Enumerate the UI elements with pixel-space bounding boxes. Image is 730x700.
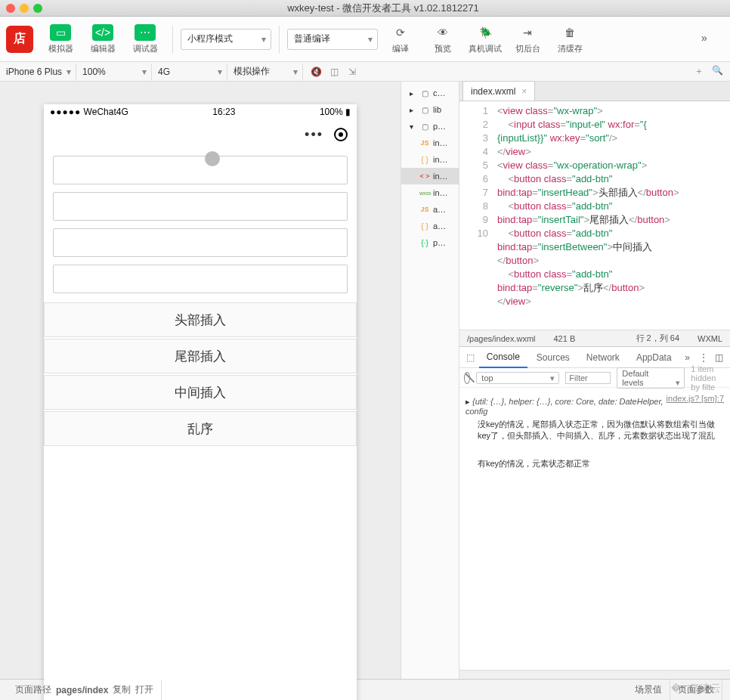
background-button[interactable]: ⇥切后台 xyxy=(508,20,547,58)
clear-cache-button[interactable]: 🗑清缓存 xyxy=(550,20,589,58)
folder-icon: ▢ xyxy=(419,89,430,98)
add-file-icon[interactable]: ＋ xyxy=(692,65,706,78)
console-output[interactable]: index.js? [sm]:7 ▸ {util: {…}, helper: {… xyxy=(459,388,730,670)
app-mode-select[interactable]: 小程序模式 xyxy=(181,29,271,50)
folder-icon: ▢ xyxy=(419,122,430,131)
log-source[interactable]: index.js? [sm]:7 xyxy=(667,394,724,403)
mute-icon[interactable]: 🔇 xyxy=(309,67,323,77)
remote-debug-button[interactable]: 🪲真机调试 xyxy=(466,20,505,58)
wxss-icon: wxss xyxy=(419,190,430,196)
json-icon: { } xyxy=(419,222,430,231)
sim-action-select[interactable]: 模拟操作 xyxy=(227,63,303,80)
insert-head-button[interactable]: 头部插入 xyxy=(44,302,357,337)
window-footer: 页面路径 pages/index 复制 打开 场景值 页面参数 xyxy=(0,679,730,700)
popout-icon[interactable]: ⇲ xyxy=(345,67,359,77)
status-path: /pages/index.wxml xyxy=(467,334,536,343)
json-icon: { } xyxy=(419,156,430,164)
editor-tab[interactable]: index.wxml × xyxy=(462,81,535,101)
app-logo-icon: 店 xyxy=(6,26,33,53)
input-item[interactable] xyxy=(53,228,348,257)
debugger-toggle-button[interactable]: ⋯调试器 xyxy=(125,20,165,58)
preview-button[interactable]: 👁预览 xyxy=(423,20,462,58)
console-tabs: ⬚ Console Sources Network AppData » ⋮ ◫ xyxy=(459,347,730,368)
signal-icon: ●●●●● xyxy=(50,107,81,117)
maximize-window-icon[interactable] xyxy=(33,4,42,13)
search-icon[interactable]: 🔍 xyxy=(710,65,724,78)
route-value: pages/index xyxy=(56,685,108,695)
phone-frame: ●●●●● WeChat4G 16:23 100% ▮ ••• 头部插入 尾部插… xyxy=(44,104,357,700)
operation-buttons: 头部插入 尾部插入 中间插入 乱序 xyxy=(44,302,357,446)
status-size: 421 B xyxy=(554,334,576,343)
zoom-select[interactable]: 100% xyxy=(76,63,152,80)
devtools-console: ⬚ Console Sources Network AppData » ⋮ ◫ … xyxy=(459,346,730,679)
compile-button[interactable]: ⟳编译 xyxy=(381,20,420,58)
phone-time: 16:23 xyxy=(212,107,235,117)
network-select[interactable]: 4G xyxy=(152,63,227,80)
more-icon[interactable]: ••• xyxy=(305,127,323,143)
route-segment: 页面路径 pages/index 复制 打开 xyxy=(8,680,162,701)
file-tree-item[interactable]: JSa… xyxy=(401,201,459,218)
file-tree-item[interactable]: {·}p… xyxy=(401,234,459,251)
open-button[interactable]: 打开 xyxy=(135,683,153,696)
editor-statusbar: /pages/index.wxml 421 B 行 2，列 64 WXML xyxy=(459,330,730,346)
battery-icon: ▮ xyxy=(345,107,351,117)
layout-icon[interactable]: ◫ xyxy=(327,67,341,77)
file-tree-item[interactable]: ▸▢c… xyxy=(401,85,459,101)
proj-icon: {·} xyxy=(419,239,430,247)
tab-console[interactable]: Console xyxy=(479,347,527,368)
input-item[interactable] xyxy=(53,192,348,221)
js-icon: JS xyxy=(419,139,430,147)
console-scrollbar[interactable] xyxy=(459,670,730,679)
log-object[interactable]: {util: {…}, helper: {…}, core: Core, dat… xyxy=(466,397,663,416)
tab-appdata[interactable]: AppData xyxy=(629,347,679,368)
main-area: ●●●●● WeChat4G 16:23 100% ▮ ••• 头部插入 尾部插… xyxy=(0,82,730,679)
log-message: 没key的情况，尾部插入状态正常，因为微信默认将数组索引当做key了，但头部插入… xyxy=(466,417,724,443)
editor-panel: index.wxml × 12345678910 <view class="wx… xyxy=(459,82,730,679)
watermark: �খ 亿速云 xyxy=(671,682,721,695)
simulator-options-bar: iPhone 6 Plus 100% 4G 模拟操作 🔇 ◫ ⇲ ＋ 🔍 xyxy=(0,62,730,82)
scene-segment[interactable]: 场景值 xyxy=(627,680,670,701)
tab-sources[interactable]: Sources xyxy=(529,347,577,368)
file-tree-item[interactable]: ▾▢p… xyxy=(401,118,459,135)
filter-input[interactable] xyxy=(565,372,611,384)
folder-icon: ▢ xyxy=(419,106,430,114)
file-tree-item[interactable]: JSin… xyxy=(401,135,459,151)
device-select[interactable]: iPhone 6 Plus xyxy=(0,63,76,80)
tab-network[interactable]: Network xyxy=(579,347,627,368)
close-tab-icon[interactable]: × xyxy=(521,86,527,97)
phone-navbar: ••• xyxy=(44,119,357,150)
compile-mode-select[interactable]: 普通编译 xyxy=(287,29,378,50)
traffic-lights xyxy=(6,4,42,13)
log-levels-select[interactable]: Default levels xyxy=(617,367,685,389)
file-tree-item[interactable]: wxssin… xyxy=(401,184,459,201)
clear-console-icon[interactable] xyxy=(464,372,470,384)
reverse-button[interactable]: 乱序 xyxy=(44,411,357,446)
file-tree-item[interactable]: < >in… xyxy=(401,168,459,184)
log-message: 有key的情况，元素状态都正常 xyxy=(466,457,724,471)
file-tree: ▸▢c…▸▢lib▾▢p…JSin…{ }in…< >in…wxssin…JSa… xyxy=(401,82,459,679)
status-lang: WXML xyxy=(698,334,722,343)
input-item[interactable] xyxy=(53,156,348,184)
editor-tabs: index.wxml × xyxy=(459,82,730,101)
simulator-toggle-button[interactable]: ▭模拟器 xyxy=(41,20,80,58)
copy-button[interactable]: 复制 xyxy=(113,683,131,696)
target-icon[interactable] xyxy=(334,128,348,141)
minimize-window-icon[interactable] xyxy=(20,4,29,13)
close-window-icon[interactable] xyxy=(6,4,15,13)
file-tree-item[interactable]: { }in… xyxy=(401,151,459,168)
code-editor[interactable]: 12345678910 <view class="wx-wrap"> <inpu… xyxy=(459,101,730,330)
context-select[interactable]: top xyxy=(476,372,559,384)
phone-statusbar: ●●●●● WeChat4G 16:23 100% ▮ xyxy=(44,104,357,119)
inspect-icon[interactable]: ⬚ xyxy=(464,347,478,368)
window-titlebar: wxkey-test - 微信开发者工具 v1.02.1812271 xyxy=(0,0,730,17)
simulator-panel: ●●●●● WeChat4G 16:23 100% ▮ ••• 头部插入 尾部插… xyxy=(0,82,401,679)
tab-label: index.wxml xyxy=(471,86,515,97)
file-tree-item[interactable]: { }a… xyxy=(401,218,459,234)
file-tree-item[interactable]: ▸▢lib xyxy=(401,101,459,118)
input-item[interactable] xyxy=(53,265,348,293)
insert-tail-button[interactable]: 尾部插入 xyxy=(44,339,357,373)
wxml-icon: < > xyxy=(419,172,430,180)
overflow-menu-icon[interactable]: » xyxy=(685,20,724,58)
insert-between-button[interactable]: 中间插入 xyxy=(44,375,357,410)
editor-toggle-button[interactable]: </>编辑器 xyxy=(83,20,122,58)
